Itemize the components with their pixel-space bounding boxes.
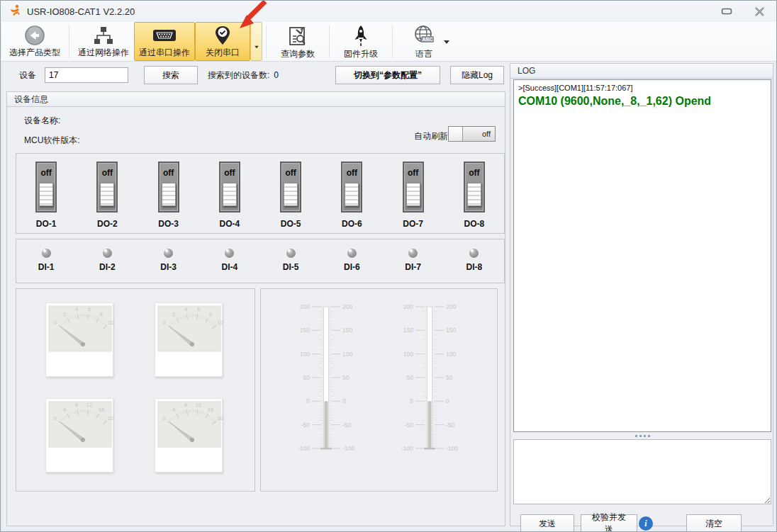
switch-knob — [100, 183, 114, 206]
svg-text:0: 0 — [163, 415, 166, 421]
svg-text:100: 100 — [403, 351, 413, 358]
back-circle-icon — [24, 25, 45, 46]
language-dropdown-icon[interactable] — [444, 40, 449, 44]
title-bar: USR-IO808-CAT1 V2.2.20 — [1, 1, 776, 22]
svg-text:10: 10 — [108, 319, 113, 326]
svg-text:12: 12 — [196, 402, 201, 408]
clear-button[interactable]: 清空 — [686, 514, 742, 532]
do-switch[interactable]: off — [464, 162, 485, 213]
di-item: DI-7 — [405, 249, 421, 272]
log-group: LOG >[Success][COM1][11:57:17:067]COM10 … — [510, 63, 773, 526]
toolbar-button-close-serial[interactable]: 关闭串口 — [195, 22, 250, 61]
close-serial-dropdown-button[interactable] — [250, 22, 262, 61]
close-button[interactable] — [749, 4, 769, 19]
log-buttons-row: 发送 校验并发送 i 清空 — [510, 514, 774, 532]
do-switch[interactable]: off — [35, 162, 57, 213]
info-icon[interactable]: i — [639, 516, 653, 531]
svg-text:50: 50 — [406, 374, 413, 381]
svg-text:16: 16 — [208, 407, 213, 413]
svg-text:0: 0 — [54, 415, 57, 421]
pin-check-icon — [212, 25, 233, 46]
log-send-input[interactable] — [513, 439, 771, 504]
toolbar-button-language[interactable]: ABC语言 — [396, 22, 452, 61]
auto-refresh-toggle[interactable]: off — [448, 126, 496, 142]
app-window: USR-IO808-CAT1 V2.2.20 选择产品类型通过网络操作通过串口操… — [0, 0, 777, 532]
do-switch[interactable]: off — [403, 162, 424, 213]
do-item: offDO-3 — [158, 162, 179, 229]
svg-text:150: 150 — [403, 327, 413, 334]
svg-text:16: 16 — [99, 407, 104, 413]
switch-knob — [162, 183, 176, 206]
switch-knob — [345, 183, 359, 206]
di-item: DI-3 — [160, 249, 177, 272]
di-item: DI-8 — [466, 249, 483, 272]
do-switch[interactable]: off — [219, 162, 240, 213]
svg-text:-50: -50 — [301, 421, 310, 429]
device-input[interactable] — [45, 67, 128, 83]
mcu-version-label: MCU软件版本: — [24, 135, 80, 147]
toolbar-button-firmware-upgrade[interactable]: 固件升级 — [333, 22, 388, 61]
do-switch[interactable]: off — [158, 162, 179, 213]
svg-text:20: 20 — [217, 415, 223, 421]
switch-knob — [223, 183, 237, 206]
toolbar-button-serial-operate[interactable]: 通过串口操作 — [134, 22, 195, 61]
doc-search-icon — [286, 25, 309, 47]
analog-gauge: 048121620 — [155, 398, 223, 472]
svg-text:0: 0 — [446, 397, 449, 404]
svg-text:100: 100 — [446, 351, 456, 358]
do-switch-row: offDO-1offDO-2offDO-3offDO-4offDO-5offDO… — [16, 154, 505, 234]
hide-log-button[interactable]: 隐藏Log — [450, 66, 504, 84]
svg-text:200: 200 — [342, 303, 352, 310]
svg-text:4: 4 — [63, 407, 66, 413]
rocket-icon — [352, 25, 370, 47]
switch-knob — [406, 183, 420, 206]
svg-text:2: 2 — [63, 311, 66, 317]
svg-text:100: 100 — [299, 351, 309, 358]
log-line-meta: >[Success][COM1][11:57:17:067] — [518, 84, 766, 92]
svg-text:8: 8 — [184, 402, 187, 408]
do-switch[interactable]: off — [341, 162, 362, 213]
led-indicator-icon — [286, 249, 296, 258]
toolbar-button-query-params[interactable]: 查询参数 — [270, 22, 325, 61]
toolbar-separator — [266, 25, 267, 58]
di-item: DI-2 — [99, 249, 116, 272]
found-devices-label: 搜索到的设备数: — [208, 69, 269, 81]
log-line-success: COM10 (9600,None,_8,_1,62) Opend — [518, 95, 766, 108]
svg-text:200: 200 — [403, 303, 413, 310]
di-item: DI-1 — [38, 249, 55, 272]
serial-port-icon — [152, 25, 177, 46]
found-devices-count: 0 — [274, 70, 279, 80]
svg-text:0: 0 — [306, 397, 310, 404]
svg-text:0: 0 — [54, 319, 57, 326]
di-indicator-row: DI-1DI-2DI-3DI-4DI-5DI-6DI-7DI-8 — [16, 240, 505, 283]
log-splitter[interactable] — [513, 432, 771, 439]
toolbar-separator — [329, 25, 330, 58]
led-indicator-icon — [408, 249, 418, 258]
svg-text:-100: -100 — [297, 445, 309, 452]
send-button[interactable]: 发送 — [520, 514, 574, 532]
svg-text:-100: -100 — [446, 445, 458, 452]
led-indicator-icon — [164, 249, 173, 258]
device-search-bar: 设备 搜索 搜索到的设备数: 0 切换到“参数配置” 隐藏Log — [6, 63, 505, 87]
switch-knob — [39, 183, 53, 206]
do-switch[interactable]: off — [96, 162, 118, 213]
switch-to-config-button[interactable]: 切换到“参数配置” — [335, 66, 440, 84]
do-switch[interactable]: off — [280, 162, 301, 213]
log-output[interactable]: >[Success][COM1][11:57:17:067]COM10 (960… — [513, 79, 771, 432]
svg-text:150: 150 — [299, 327, 309, 334]
svg-text:8: 8 — [75, 402, 78, 408]
device-name-label: 设备名称: — [24, 115, 60, 127]
minimize-button[interactable] — [717, 4, 737, 19]
svg-text:150: 150 — [446, 327, 456, 334]
toolbar-button-select-product[interactable]: 选择产品类型 — [4, 22, 65, 61]
vertical-scale: 200200150150100100505000-50-50-100-100 — [284, 294, 371, 492]
toolbar: 选择产品类型通过网络操作通过串口操作关闭串口查询参数固件升级ABC语言 — [1, 22, 777, 62]
led-indicator-icon — [347, 249, 357, 258]
svg-text:200: 200 — [299, 303, 309, 310]
svg-text:12: 12 — [86, 402, 92, 408]
search-button[interactable]: 搜索 — [144, 66, 198, 84]
toolbar-button-network-operate[interactable]: 通过网络操作 — [73, 22, 134, 61]
svg-text:50: 50 — [446, 374, 453, 381]
auto-refresh-state: off — [463, 130, 495, 138]
verify-send-button[interactable]: 校验并发送 — [581, 514, 637, 532]
